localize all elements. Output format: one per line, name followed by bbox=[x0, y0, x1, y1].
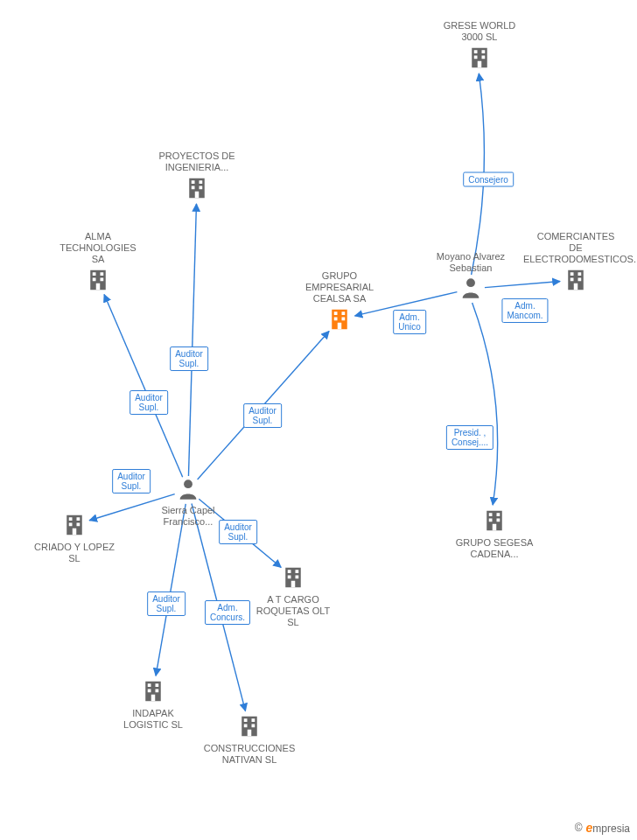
svg-rect-47 bbox=[489, 519, 493, 522]
svg-rect-58 bbox=[252, 718, 256, 722]
building-icon bbox=[280, 564, 306, 591]
svg-rect-2 bbox=[482, 50, 486, 53]
svg-rect-29 bbox=[338, 323, 342, 330]
svg-rect-11 bbox=[195, 192, 200, 199]
svg-rect-55 bbox=[151, 695, 156, 702]
building-icon bbox=[85, 267, 111, 293]
node-label: ALMATECHNOLOGIESSA bbox=[46, 231, 150, 265]
svg-rect-52 bbox=[156, 683, 159, 687]
node-cealsa[interactable]: GRUPOEMPRESARIALCEALSA SA bbox=[287, 270, 392, 334]
edge-moyano-segesa bbox=[472, 303, 498, 505]
svg-point-30 bbox=[466, 278, 475, 287]
brand-logo-text: mpresia bbox=[592, 822, 630, 835]
node-comerciantes[interactable]: COMERCIANTESDEELECTRODOMESTICOS... bbox=[523, 231, 628, 295]
edge-label-sierra-indapak[interactable]: AuditorSupl. bbox=[147, 592, 186, 616]
svg-rect-60 bbox=[252, 724, 256, 728]
node-label: GRUPOEMPRESARIALCEALSA SA bbox=[287, 270, 392, 304]
edge-sierra-indapak bbox=[156, 504, 186, 676]
svg-rect-33 bbox=[69, 517, 73, 521]
svg-rect-23 bbox=[574, 284, 578, 290]
svg-rect-5 bbox=[478, 61, 482, 68]
svg-rect-16 bbox=[101, 278, 104, 282]
node-label: INDAPAKLOGISTIC SL bbox=[101, 708, 206, 731]
svg-rect-45 bbox=[489, 513, 493, 516]
node-alma[interactable]: ALMATECHNOLOGIESSA bbox=[46, 231, 150, 295]
edge-label-sierra-criado[interactable]: AuditorSupl. bbox=[112, 469, 150, 494]
node-label: CRIADO Y LOPEZSL bbox=[22, 542, 127, 564]
edge-label-sierra-construc[interactable]: Adm.Concurs. bbox=[205, 600, 250, 625]
node-moyano[interactable]: Moyano AlvarezSebastian bbox=[418, 251, 523, 302]
svg-rect-57 bbox=[244, 718, 248, 722]
node-label: PROYECTOS DEINGENIERIA... bbox=[144, 150, 249, 173]
svg-rect-17 bbox=[96, 284, 101, 290]
node-label: COMERCIANTESDEELECTRODOMESTICOS... bbox=[523, 231, 628, 265]
svg-rect-34 bbox=[77, 517, 80, 521]
svg-rect-1 bbox=[474, 50, 478, 53]
node-construc[interactable]: CONSTRUCCIONESNATIVAN SL bbox=[197, 713, 302, 766]
svg-rect-3 bbox=[474, 56, 478, 60]
edge-label-sierra-alma[interactable]: AuditorSupl. bbox=[130, 390, 168, 415]
svg-rect-7 bbox=[192, 180, 195, 184]
building-icon bbox=[481, 508, 508, 534]
copyright-symbol: © bbox=[575, 822, 583, 834]
svg-point-31 bbox=[184, 480, 192, 488]
building-icon bbox=[184, 175, 210, 201]
edge-label-moyano-segesa[interactable]: Presid. ,Consej.... bbox=[446, 425, 494, 450]
node-segesa[interactable]: GRUPO SEGESACADENA... bbox=[442, 508, 547, 560]
edges-layer bbox=[0, 0, 637, 840]
svg-rect-14 bbox=[101, 272, 104, 276]
building-icon bbox=[61, 512, 88, 538]
svg-rect-26 bbox=[342, 312, 346, 315]
svg-rect-51 bbox=[148, 683, 151, 687]
node-atcargo[interactable]: A T CARGOROQUETAS OLTSL bbox=[241, 564, 346, 628]
svg-rect-40 bbox=[296, 570, 299, 573]
edge-label-moyano-comerciantes[interactable]: Adm.Mancom. bbox=[501, 298, 548, 323]
svg-rect-19 bbox=[570, 272, 574, 276]
svg-rect-27 bbox=[334, 318, 338, 321]
building-icon bbox=[236, 713, 262, 739]
svg-rect-21 bbox=[570, 278, 574, 282]
node-label: Moyano AlvarezSebastian bbox=[418, 251, 523, 274]
building-icon bbox=[140, 678, 166, 704]
node-grese[interactable]: GRESE WORLD3000 SL bbox=[427, 20, 532, 73]
svg-rect-46 bbox=[497, 513, 500, 516]
diagram-canvas: GRESE WORLD3000 SL PROYECTOS DEINGENIERI… bbox=[0, 0, 637, 840]
edge-label-moyano-cealsa[interactable]: Adm.Unico bbox=[393, 310, 426, 334]
svg-rect-53 bbox=[148, 690, 151, 693]
svg-rect-20 bbox=[578, 272, 582, 276]
svg-rect-49 bbox=[493, 524, 497, 531]
svg-rect-54 bbox=[156, 690, 159, 693]
edge-label-sierra-atcargo[interactable]: AuditorSupl. bbox=[219, 520, 257, 544]
svg-rect-36 bbox=[77, 523, 80, 527]
svg-rect-43 bbox=[291, 581, 296, 588]
svg-rect-13 bbox=[93, 272, 96, 276]
svg-rect-25 bbox=[334, 312, 338, 315]
svg-rect-59 bbox=[244, 724, 248, 728]
person-icon bbox=[176, 477, 200, 501]
svg-rect-9 bbox=[192, 186, 195, 190]
edge-label-moyano-grese[interactable]: Consejero bbox=[463, 172, 514, 187]
node-label: GRUPO SEGESACADENA... bbox=[442, 537, 547, 560]
svg-rect-8 bbox=[200, 180, 203, 184]
svg-rect-15 bbox=[93, 278, 96, 282]
node-indapak[interactable]: INDAPAKLOGISTIC SL bbox=[101, 678, 206, 731]
svg-rect-42 bbox=[296, 576, 299, 579]
building-icon bbox=[466, 45, 493, 71]
edge-label-sierra-cealsa[interactable]: AuditorSupl. bbox=[243, 403, 282, 428]
svg-rect-41 bbox=[288, 576, 291, 579]
edge-label-sierra-proyectos[interactable]: AuditorSupl. bbox=[170, 346, 208, 371]
svg-rect-10 bbox=[200, 186, 203, 190]
svg-rect-48 bbox=[497, 519, 500, 522]
svg-rect-22 bbox=[578, 278, 582, 282]
svg-rect-35 bbox=[69, 523, 73, 527]
building-icon bbox=[326, 306, 353, 332]
node-label: GRESE WORLD3000 SL bbox=[427, 20, 532, 43]
node-proyectos[interactable]: PROYECTOS DEINGENIERIA... bbox=[144, 150, 249, 203]
svg-rect-4 bbox=[482, 56, 486, 60]
svg-rect-37 bbox=[73, 528, 77, 536]
node-label: CONSTRUCCIONESNATIVAN SL bbox=[197, 743, 302, 766]
svg-rect-61 bbox=[248, 730, 252, 737]
svg-rect-28 bbox=[342, 318, 346, 321]
node-criado[interactable]: CRIADO Y LOPEZSL bbox=[22, 512, 127, 564]
person-icon bbox=[458, 276, 483, 300]
